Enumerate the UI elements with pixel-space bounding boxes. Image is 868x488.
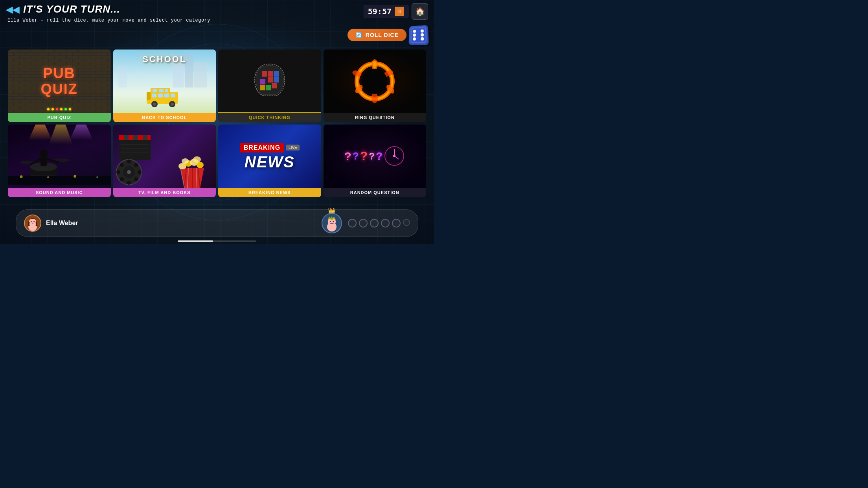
svg-rect-79	[119, 135, 124, 140]
svg-rect-22	[147, 92, 151, 100]
svg-rect-30	[118, 66, 126, 88]
score-dot-2	[359, 219, 368, 227]
random-question-image: ? ? ? ? ?	[324, 125, 427, 188]
pause-button[interactable]: ⏸	[395, 7, 404, 16]
timer-display: 59:57	[368, 7, 392, 16]
breaking-news-label: BREAKING NEWS	[218, 188, 321, 197]
tv-film-image	[113, 125, 216, 188]
subtitle-text: Ella Weber – roll the dice, make your mo…	[7, 18, 348, 23]
svg-point-61	[20, 176, 23, 178]
breaking-tag: BREAKING	[240, 143, 284, 152]
svg-point-95	[120, 177, 124, 181]
svg-rect-18	[152, 94, 156, 97]
home-icon: 🏠	[415, 7, 425, 16]
svg-point-44	[373, 61, 377, 69]
svg-rect-17	[165, 89, 168, 92]
category-pub-quiz[interactable]: PUB QUIZ PUB QUIZ	[8, 50, 111, 122]
category-breaking-news[interactable]: BREAKING LIVE NEWS BREAKING NEWS	[218, 125, 321, 197]
score-dot-5	[392, 219, 401, 227]
fire-ring-svg	[351, 58, 398, 105]
svg-point-104	[28, 222, 37, 231]
opponent-avatar	[322, 213, 342, 233]
svg-rect-21	[171, 94, 175, 97]
dice-svg	[410, 27, 427, 43]
progress-fill	[178, 240, 213, 242]
progress-bar-container	[178, 240, 256, 242]
svg-rect-81	[138, 135, 143, 140]
svg-point-56	[40, 150, 48, 158]
svg-point-62	[47, 176, 49, 178]
svg-rect-19	[158, 94, 163, 97]
tv-film-label: TV, FILM AND BOOKS	[113, 188, 216, 197]
svg-point-105	[31, 221, 32, 222]
svg-point-112	[331, 217, 333, 220]
home-button[interactable]: 🏠	[412, 3, 428, 20]
turn-heading: IT'S YOUR TURN...	[23, 3, 120, 15]
pub-quiz-image: PUB QUIZ	[8, 50, 111, 113]
player-right: 👑	[322, 213, 410, 233]
head-outline-svg	[248, 59, 291, 103]
player-avatar-svg	[25, 215, 40, 232]
svg-rect-15	[153, 89, 157, 92]
news-text: NEWS	[240, 154, 300, 170]
category-back-to-school[interactable]: SCHOOL	[113, 50, 216, 122]
player-name: Ella Weber	[46, 220, 78, 227]
category-random-question[interactable]: ? ? ? ? ? RANDOM QUESTION	[324, 125, 427, 197]
ring-question-image	[324, 50, 427, 113]
breaking-news-image: BREAKING LIVE NEWS	[218, 125, 321, 188]
qmark-4: ?	[369, 151, 375, 162]
svg-rect-80	[129, 135, 133, 140]
back-to-school-label: BACK TO SCHOOL	[113, 113, 216, 122]
roll-dice-area: 🔄 ROLL DICE	[348, 25, 428, 45]
roll-dice-label: ROLL DICE	[366, 32, 399, 38]
film-reel-svg	[115, 158, 143, 186]
back-to-school-image: SCHOOL	[113, 50, 216, 113]
svg-rect-82	[147, 135, 151, 140]
category-sound-music[interactable]: SOUND AND MUSIC	[8, 125, 111, 197]
live-tag: LIVE	[286, 145, 300, 150]
qmark-5: ?	[376, 150, 383, 163]
sound-music-image	[8, 125, 111, 188]
score-dots	[348, 219, 410, 227]
player-bar: Ella Weber 👑	[16, 209, 418, 237]
player-avatar	[24, 215, 41, 232]
concert-svg	[8, 137, 111, 188]
random-question-label: RANDOM QUESTION	[324, 188, 427, 197]
category-ring-question[interactable]: RING QUESTION	[324, 50, 427, 122]
svg-point-50	[362, 69, 387, 94]
player-info: Ella Weber	[24, 215, 78, 232]
score-dot-3	[370, 219, 379, 227]
category-tv-film[interactable]: TV, FILM AND BOOKS	[113, 125, 216, 197]
category-quick-thinking[interactable]: QUICK THINKING	[218, 50, 321, 122]
svg-rect-16	[159, 89, 164, 92]
svg-point-63	[74, 175, 76, 178]
svg-point-76	[193, 156, 201, 163]
turn-title-row: ◀◀ IT'S YOUR TURN...	[6, 3, 348, 15]
svg-rect-20	[164, 94, 169, 97]
svg-point-96	[134, 163, 138, 167]
roll-refresh-icon: 🔄	[355, 32, 362, 38]
opponent-section: 👑	[322, 213, 342, 233]
svg-point-74	[197, 162, 204, 168]
svg-point-111	[333, 221, 334, 222]
svg-point-106	[33, 221, 35, 222]
school-text: SCHOOL	[113, 54, 216, 64]
roll-dice-button[interactable]: 🔄 ROLL DICE	[348, 29, 406, 41]
pause-icon: ⏸	[397, 9, 402, 14]
svg-point-24	[153, 103, 156, 106]
sound-music-label: SOUND AND MUSIC	[8, 188, 111, 197]
popcorn-svg	[177, 152, 208, 188]
svg-point-92	[138, 170, 142, 174]
svg-point-101	[393, 155, 395, 157]
header-left: ◀◀ IT'S YOUR TURN... Ella Weber – roll t…	[6, 3, 348, 23]
qmark-1: ?	[344, 150, 351, 163]
clock-svg	[384, 145, 405, 167]
svg-rect-29	[194, 62, 206, 87]
svg-point-26	[171, 103, 174, 106]
pub-quiz-label: PUB QUIZ	[8, 113, 111, 122]
main-content: ◀◀ IT'S YOUR TURN... Ella Weber – roll t…	[0, 0, 434, 244]
svg-point-75	[182, 158, 189, 164]
clapperboard-svg	[117, 130, 153, 162]
svg-point-64	[96, 176, 98, 178]
progress-bar	[178, 240, 256, 242]
